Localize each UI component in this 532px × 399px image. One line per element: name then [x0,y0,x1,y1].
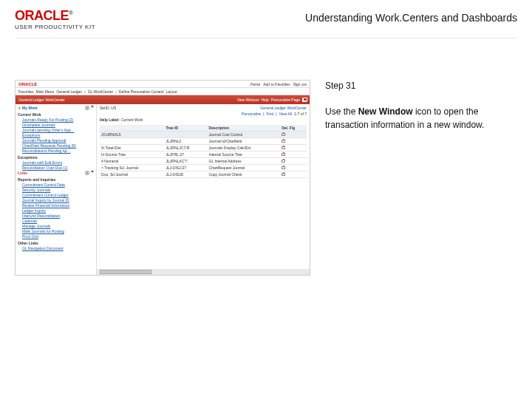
breadcrumb-setid: SetID: US [100,106,116,110]
table-cell: Journals Display Calc/Ext [208,145,281,151]
app-screenshot: ORACLE Home Add to Favorites Sign out Fa… [15,80,310,276]
table-cell [280,132,307,138]
table-row[interactable]: 4 NumeralJLJRNLAC'7:GL Internal Address [100,158,307,165]
instruction-bold: New Window [358,106,413,117]
sidebar-group-title: Exceptions [18,155,94,160]
sidebar-link[interactable]: Review Financial Information [22,203,94,208]
sidebar: ★ My Work Current Work Journals Ready Fo… [16,104,97,276]
nav-main-menu[interactable]: Main Menu [36,89,55,94]
table-row[interactable]: Dup. Sd JournalJLJ-DISJDCopy Journal Che… [100,171,307,178]
table-cell [280,145,307,151]
download-icon[interactable] [282,153,285,156]
chevron-down-icon[interactable] [91,106,94,108]
sidebar-link[interactable]: Mark Journals for Posting [22,229,94,233]
workcenter-titlebar: General Ledger WorkCenter New Window Hel… [16,95,310,104]
sidebar-link[interactable]: Pivot Grid [22,234,94,239]
gear-icon[interactable] [85,106,89,110]
sidebar-tab-links[interactable]: Links [18,171,94,175]
download-icon[interactable] [282,133,285,136]
table-cell [280,171,307,178]
sidebar-link[interactable]: Reconciliation Over Due (1) [22,166,94,170]
toolbar-viewall[interactable]: View All [279,112,292,116]
personalize-page-link[interactable]: Personalize Page [271,98,300,102]
app-nav: Favorites Main Menu General Ledger › GL … [16,88,310,95]
col-description[interactable]: Description [208,125,281,132]
nav-layout[interactable]: Layout [166,89,177,94]
sidebar-group-exceptions: Exceptions Journals with Edit Errors Rec… [18,155,94,170]
sidebar-link[interactable]: Security Journals [22,188,94,192]
sidebar-link[interactable]: Calendar [22,219,94,223]
toolbar-personalize[interactable]: Personalize [242,112,261,116]
col-del[interactable]: Del. Flg [280,125,307,132]
sidebar-link[interactable]: Exceptions [22,133,94,137]
sidebar-link[interactable]: ChartField Requests Pending (8) [22,143,94,148]
table-row[interactable]: > Tracking Sd. JournalJLJ-DISJ-27ChartRe… [100,165,307,171]
nav-personalize[interactable]: Define Personalize Content [119,89,164,94]
instruction-text: Use the New Window icon to open the tran… [325,106,517,132]
download-icon[interactable] [282,173,285,176]
sidebar-link[interactable]: InterUnit Reconciliation [22,214,94,218]
data-table: Tree ID Description Del. Flg JOURNALSJou… [100,125,307,178]
table-cell: GL Internal Address [208,158,281,165]
workcenter-title: General Ledger WorkCenter [18,98,65,102]
sidebar-link[interactable]: Journals pending Other's App… [22,128,94,132]
table-cell: Dup. Sd Journal [100,171,165,178]
download-icon[interactable] [282,166,285,169]
sidebar-tab-label: My Work [22,106,38,110]
table-cell: Journal Id/Chartfield [208,138,281,145]
help-link[interactable]: Help [262,98,269,102]
sidebar-link[interactable]: Journals Ready For Posting (2) [22,117,94,122]
table-cell: Copy Journal Check [208,171,281,178]
sidebar-group-current-work: Current Work Journals Ready For Posting … [18,112,94,153]
sidebar-link[interactable]: Ledger Inquiry [22,208,94,213]
new-window-link[interactable]: New Window [237,98,259,102]
nav-gl[interactable]: General Ledger [56,89,82,94]
download-icon[interactable] [282,146,285,149]
sidebar-link[interactable]: Manage Journals [22,224,94,228]
sidebar-link[interactable]: Commitment Control Ledger [22,193,94,197]
oracle-mini-logo: ORACLE [18,82,37,86]
table-cell: JLJRNL2 [165,138,208,145]
app-topbar: ORACLE Home Add to Favorites Sign out [16,81,310,88]
breadcrumb-page[interactable]: General Ledger WorkCenter [260,106,307,110]
help-label: Help Label: [100,117,120,122]
sidebar-link[interactable]: Reconciliations Pending Ap… [22,149,94,153]
home-link[interactable]: Home [250,82,260,86]
sign-out-link[interactable]: Sign out [293,82,307,86]
scrollbar-thumb[interactable] [100,270,151,274]
sidebar-link[interactable]: Journals Pending Approval [22,138,94,143]
nav-favorites[interactable]: Favorites [18,89,34,94]
horizontal-scrollbar[interactable] [97,269,310,275]
sidebar-link[interactable]: Incomplete Journals [22,123,94,127]
table-cell [165,132,208,138]
gear-icon[interactable] [85,171,89,175]
sidebar-link[interactable]: Journals with Edit Errors [22,160,94,165]
col-treeid[interactable]: Tree ID [165,125,208,132]
upk-subtitle: USER PRODUCTIVITY KIT [15,24,95,30]
nav-workcenter[interactable]: GL WorkCenter [88,89,113,94]
main-area: SetID: US General Ledger WorkCenter Pers… [97,104,310,276]
table-row[interactable]: % Total-DistJLJRNLJC7-BJournals Display … [100,145,307,151]
table-cell: JLJRNLJC7-B [165,145,208,151]
download-icon[interactable] [282,160,285,163]
sidebar-link[interactable]: Commitment Control Data [22,183,94,187]
sidebar-group-other: Other Links GL Navigation Document [18,241,94,250]
table-cell: JLJRNLAC'7: [165,158,208,165]
table-row[interactable]: JLJRNL2Journal Id/Chartfield [100,138,307,145]
add-favorites-link[interactable]: Add to Favorites [263,82,290,86]
col-blank[interactable] [100,125,165,132]
table-row[interactable]: In-Source TreeJLJFRL-27Internal Source T… [100,151,307,158]
sidebar-tab-mywork[interactable]: ★ My Work [18,106,94,110]
chevron-down-icon[interactable] [91,171,94,173]
sidebar-group-title: Current Work [18,112,94,117]
download-icon[interactable] [282,140,285,143]
new-window-icon[interactable] [302,98,307,102]
table-cell: JOURNALS [100,132,165,138]
toolbar-find[interactable]: Find [267,112,274,116]
table-row[interactable]: JOURNALSJournal Cost Control [100,132,307,138]
help-value: Current Work [121,117,143,122]
table-cell: JLJFRL-27 [165,151,208,158]
sidebar-link[interactable]: GL Navigation Document [22,246,94,250]
sidebar-link[interactable]: Journal Inquiry by Journal ID [22,198,94,202]
header-divider [15,38,517,38]
